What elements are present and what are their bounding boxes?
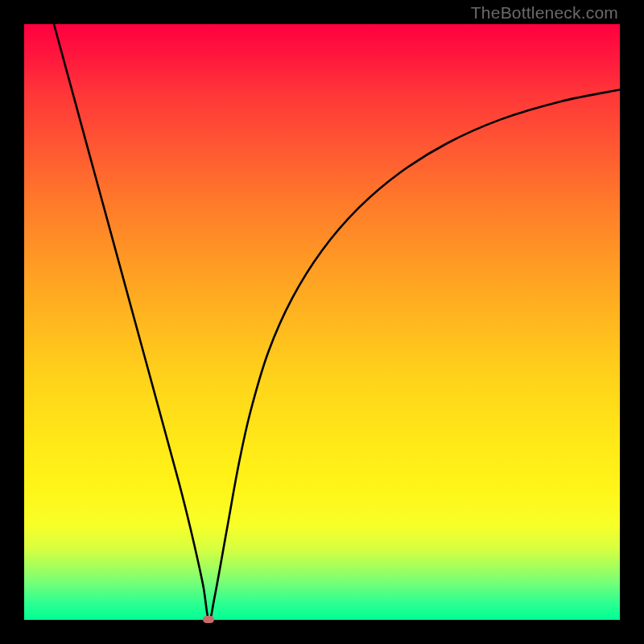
chart-frame: TheBottleneck.com xyxy=(0,0,644,644)
optimal-point-marker xyxy=(203,616,214,623)
bottleneck-curve xyxy=(24,24,620,620)
watermark-text: TheBottleneck.com xyxy=(471,3,618,23)
